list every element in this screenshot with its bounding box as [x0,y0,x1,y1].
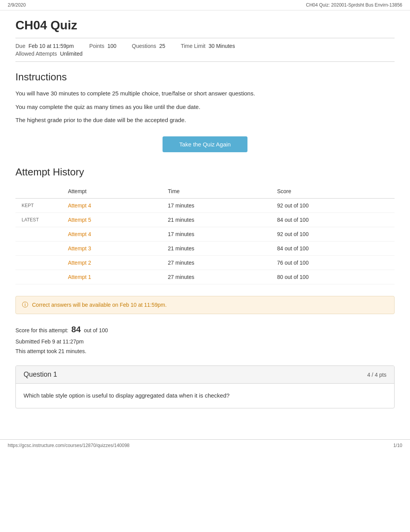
footer-bar: https://gcsc.instructure.com/courses/128… [0,439,410,451]
col-time-header: Time [162,184,271,199]
attempt-time: 17 minutes [162,198,271,212]
question-1-body: Which table style option is useful to di… [16,384,394,408]
attempt-time: 17 minutes [162,227,271,241]
score-line: Score for this attempt: 84 out of 100 [15,322,395,337]
question-1-title: Question 1 [24,371,57,379]
due-item: Due Feb 10 at 11:59pm [15,43,74,49]
attempt-time: 21 minutes [162,241,271,255]
time-limit-value: 30 Minutes [208,43,235,49]
table-header-row: Attempt Time Score [15,184,395,199]
attempt-link-cell[interactable]: Attempt 3 [62,241,162,255]
attempt-time: 27 minutes [162,270,271,284]
points-item: Points 100 [89,43,116,49]
score-number: 84 [71,325,81,334]
col-label-header [15,184,62,199]
attempt-link[interactable]: Attempt 5 [68,217,91,223]
footer-url: https://gcsc.instructure.com/courses/128… [8,443,130,448]
attempt-time: 21 minutes [162,212,271,227]
attempt-link[interactable]: Attempt 4 [68,231,91,237]
instructions-line1: You will have 30 minutes to complete 25 … [15,89,395,98]
attempt-score: 80 out of 100 [271,270,395,284]
attempt-label [15,241,62,255]
instructions-line2: You may complete the quiz as many times … [15,103,395,112]
attempt-link[interactable]: Attempt 1 [68,274,91,280]
col-attempt-header: Attempt [62,184,162,199]
table-row: Attempt 127 minutes80 out of 100 [15,270,395,284]
quiz-title: CH04 Quiz [15,18,395,32]
table-row: KEPTAttempt 417 minutes92 out of 100 [15,198,395,212]
due-label: Due [15,43,25,49]
table-row: LATESTAttempt 521 minutes84 out of 100 [15,212,395,227]
question-1-text: Which table style option is useful to di… [24,391,386,400]
attempt-label [15,270,62,284]
attempt-label: KEPT [15,198,62,212]
points-value: 100 [107,43,116,49]
table-row: Attempt 227 minutes76 out of 100 [15,255,395,270]
notice-text: Correct answers will be available on Feb… [32,302,167,308]
quiz-meta-row1: Due Feb 10 at 11:59pm Points 100 Questio… [15,42,395,50]
take-quiz-button[interactable]: Take the Quiz Again [163,136,247,152]
attempt-link-cell[interactable]: Attempt 4 [62,227,162,241]
time-limit-item: Time Limit 30 Minutes [181,43,235,49]
allowed-attempts-label: Allowed Attempts [15,51,57,57]
instructions-line3: The highest grade prior to the due date … [15,116,395,125]
question-1-box: Question 1 4 / 4 pts Which table style o… [15,365,395,408]
attempt-score: 84 out of 100 [271,212,395,227]
attempt-score: 92 out of 100 [271,198,395,212]
duration-line: This attempt took 21 minutes. [15,347,395,356]
questions-label: Questions [132,43,156,49]
score-label: Score for this attempt: [15,327,68,333]
time-limit-label: Time Limit [181,43,205,49]
attempt-score: 92 out of 100 [271,227,395,241]
due-value: Feb 10 at 11:59pm [29,43,74,49]
attempt-history-section: Attempt History Attempt Time Score KEPTA… [15,166,395,284]
attempt-table: Attempt Time Score KEPTAttempt 417 minut… [15,184,395,284]
notice-box: ⓘ Correct answers will be available on F… [15,296,395,314]
questions-item: Questions 25 [132,43,166,49]
footer-page: 1/10 [393,443,402,448]
quiz-meta: Due Feb 10 at 11:59pm Points 100 Questio… [15,38,395,62]
attempt-label: LATEST [15,212,62,227]
points-label: Points [89,43,104,49]
attempt-link-cell[interactable]: Attempt 4 [62,198,162,212]
score-section: Score for this attempt: 84 out of 100 Su… [15,322,395,357]
attempt-link[interactable]: Attempt 2 [68,260,91,266]
score-out-of: out of 100 [84,327,108,333]
notice-icon: ⓘ [22,301,28,309]
attempt-score: 76 out of 100 [271,255,395,270]
allowed-attempts-item: Allowed Attempts Unlimited [15,51,83,57]
browser-date: 2/9/2020 [8,2,26,8]
attempt-link-cell[interactable]: Attempt 1 [62,270,162,284]
attempt-link[interactable]: Attempt 3 [68,245,91,252]
question-1-pts: 4 / 4 pts [367,372,386,378]
attempt-time: 27 minutes [162,255,271,270]
attempt-link-cell[interactable]: Attempt 2 [62,255,162,270]
attempt-link-cell[interactable]: Attempt 5 [62,212,162,227]
submitted-line: Submitted Feb 9 at 11:27pm [15,337,395,347]
browser-title: CH04 Quiz: 202001-Sprdsht Bus Envirn-138… [306,2,402,8]
questions-value: 25 [159,43,166,49]
attempt-score: 84 out of 100 [271,241,395,255]
quiz-meta-row2: Allowed Attempts Unlimited [15,50,395,58]
allowed-attempts-value: Unlimited [60,51,82,57]
col-score-header: Score [271,184,395,199]
attempt-link[interactable]: Attempt 4 [68,202,91,209]
question-1-header: Question 1 4 / 4 pts [16,366,394,384]
attempt-history-title: Attempt History [15,166,395,178]
attempt-label [15,255,62,270]
table-row: Attempt 417 minutes92 out of 100 [15,227,395,241]
table-row: Attempt 321 minutes84 out of 100 [15,241,395,255]
instructions-title: Instructions [15,71,395,83]
attempt-label [15,227,62,241]
main-content: CH04 Quiz Due Feb 10 at 11:59pm Points 1… [0,10,410,416]
top-bar: 2/9/2020 CH04 Quiz: 202001-Sprdsht Bus E… [0,0,410,10]
